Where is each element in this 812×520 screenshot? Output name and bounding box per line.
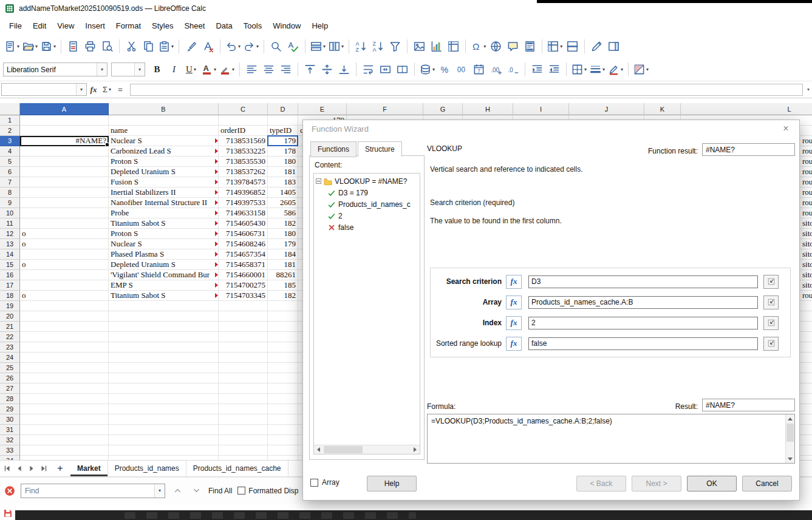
close-find-bar-icon[interactable] [4, 485, 15, 496]
cell-B15[interactable]: Depleted Uranium S [109, 260, 219, 270]
formula-vertical-scrollbar[interactable] [785, 414, 794, 463]
last-sheet-button[interactable] [38, 461, 50, 476]
cell-D19[interactable] [268, 301, 298, 311]
sheet-tab-market[interactable]: Market [70, 461, 108, 476]
increase-indent-button[interactable] [529, 61, 545, 78]
cell-D22[interactable] [268, 332, 298, 342]
structure-tree[interactable]: VLOOKUP = #NAME? D3 = 179 Products_id_na… [313, 173, 420, 454]
row-header-29[interactable]: 29 [0, 404, 20, 414]
cell-B31[interactable] [109, 425, 219, 435]
row-header-5[interactable]: 5 [0, 157, 20, 167]
fx-button[interactable]: fx [506, 337, 522, 351]
dropdown-arrow[interactable]: ▾ [109, 87, 111, 92]
comment-button[interactable] [505, 38, 521, 55]
column-header-L[interactable]: L [681, 103, 812, 115]
dropdown-arrow[interactable]: ▾ [171, 44, 174, 49]
chevron-down-icon[interactable]: ▾ [134, 63, 145, 76]
cell-C26[interactable] [219, 373, 268, 383]
hyperlink-button[interactable] [488, 38, 504, 55]
scroll-down-icon[interactable] [786, 454, 794, 463]
cell-A30[interactable] [20, 414, 109, 425]
dialog-titlebar[interactable]: Function Wizard [303, 120, 799, 137]
dropdown-arrow[interactable]: ▾ [256, 44, 259, 49]
cell-C20[interactable] [219, 311, 268, 322]
cell-D18[interactable]: 182 [268, 291, 298, 301]
dropdown-arrow[interactable]: ▾ [35, 44, 38, 49]
expand-formula-bar-icon[interactable]: ▾ [805, 87, 812, 92]
shrink-button[interactable] [763, 316, 779, 330]
paste-button[interactable]: ▾ [157, 38, 175, 55]
font-name-combo[interactable]: Liberation Serif▾ [3, 62, 107, 76]
cell-C12[interactable]: 7154606731 [219, 229, 268, 239]
cell-B28[interactable] [109, 394, 219, 404]
autofilter-button[interactable] [387, 38, 403, 55]
formula-editor[interactable]: =VLOOKUP(D3;Products_id_names_cache.A:B;… [427, 414, 795, 464]
sidebar-button[interactable] [606, 38, 622, 55]
cell-D27[interactable] [268, 383, 298, 394]
valign-top-button[interactable] [302, 61, 318, 78]
cell-B17[interactable]: EMP S [109, 280, 219, 291]
cell-C22[interactable] [219, 332, 268, 342]
row-header-10[interactable]: 10 [0, 208, 20, 218]
array-input[interactable]: Products_id_names_cache.A:B [528, 296, 758, 309]
cell-D30[interactable] [268, 414, 298, 425]
row-header-6[interactable]: 6 [0, 167, 20, 177]
cell-B27[interactable] [109, 383, 219, 394]
cell-C34[interactable] [219, 456, 268, 460]
sorted-range-lookup-input[interactable]: false [528, 337, 758, 350]
cell-D16[interactable]: 88261 [268, 270, 298, 280]
array-checkbox[interactable] [310, 479, 318, 487]
cell-C32[interactable] [219, 435, 268, 445]
cell-C30[interactable] [219, 414, 268, 425]
cell-D3[interactable]: 179 [268, 136, 298, 146]
dropdown-arrow[interactable]: ▾ [53, 44, 56, 49]
cell-B22[interactable] [109, 332, 219, 342]
row-header-17[interactable]: 17 [0, 280, 20, 291]
cell-D26[interactable] [268, 373, 298, 383]
row-header-12[interactable]: 12 [0, 229, 20, 239]
cell-D9[interactable]: 2605 [268, 198, 298, 208]
format-number-button[interactable]: 00 [454, 61, 470, 78]
cell-B23[interactable] [109, 342, 219, 353]
cell-D15[interactable]: 181 [268, 260, 298, 270]
cell-C23[interactable] [219, 342, 268, 353]
cell-D14[interactable]: 184 [268, 249, 298, 260]
cell-B4[interactable]: Carbonized Lead S [109, 146, 219, 157]
dropdown-arrow[interactable]: ▾ [214, 67, 216, 72]
dropdown-arrow[interactable]: ▾ [602, 67, 605, 72]
cell-A11[interactable] [20, 218, 109, 229]
decrease-indent-button[interactable] [546, 61, 562, 78]
row-header-34[interactable]: 34 [0, 456, 20, 460]
dropdown-arrow[interactable]: ▾ [584, 67, 587, 72]
cut-button[interactable] [123, 38, 140, 55]
column-header-I[interactable]: I [513, 103, 569, 115]
select-function-button[interactable]: Σ▾ [100, 83, 114, 96]
menu-styles[interactable]: Styles [146, 18, 179, 33]
cell-B8[interactable]: Inertial Stabilizers II [109, 187, 219, 198]
cell-D2[interactable]: typeID [268, 126, 298, 136]
back-button[interactable]: < Back [576, 476, 626, 491]
next-button[interactable]: Next > [632, 476, 681, 491]
italic-button[interactable]: I [166, 61, 182, 78]
bold-button[interactable]: B [149, 61, 165, 78]
shrink-button[interactable] [763, 295, 779, 309]
align-center-button[interactable] [261, 61, 277, 78]
shrink-button[interactable] [763, 275, 779, 289]
search-criterion-input[interactable]: D3 [528, 275, 758, 288]
show-draw-functions-button[interactable] [589, 38, 605, 55]
cell-A18[interactable]: o [20, 291, 109, 301]
next-sheet-button[interactable] [26, 461, 38, 476]
cell-B13[interactable]: Nuclear S [109, 239, 219, 249]
fx-button[interactable]: fx [506, 295, 522, 309]
cell-D5[interactable]: 180 [268, 157, 298, 167]
cell-C7[interactable]: 7139784573 [219, 177, 268, 187]
font-size-combo[interactable]: ▾ [111, 62, 145, 76]
dropdown-arrow[interactable]: ▾ [238, 44, 241, 49]
cell-A10[interactable] [20, 208, 109, 218]
row-header-3[interactable]: 3 [0, 136, 20, 146]
cell-C19[interactable] [219, 301, 268, 311]
tab-structure[interactable]: Structure [358, 141, 402, 157]
cell-C15[interactable]: 7154658371 [219, 260, 268, 270]
cell-C33[interactable] [219, 445, 268, 456]
menu-format[interactable]: Format [111, 18, 146, 33]
